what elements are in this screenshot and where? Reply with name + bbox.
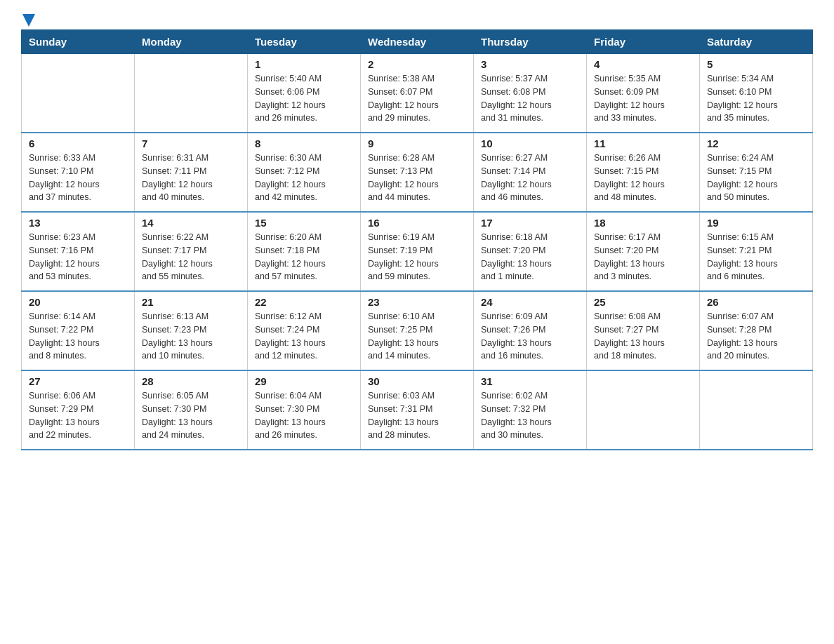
day-number: 18 bbox=[594, 217, 692, 229]
calendar-cell: 14Sunrise: 6:22 AM Sunset: 7:17 PM Dayli… bbox=[135, 212, 248, 291]
day-info: Sunrise: 6:22 AM Sunset: 7:17 PM Dayligh… bbox=[142, 231, 240, 283]
calendar-cell: 8Sunrise: 6:30 AM Sunset: 7:12 PM Daylig… bbox=[248, 133, 361, 212]
day-info: Sunrise: 6:07 AM Sunset: 7:28 PM Dayligh… bbox=[707, 310, 805, 363]
day-number: 20 bbox=[29, 296, 127, 308]
calendar-cell: 21Sunrise: 6:13 AM Sunset: 7:23 PM Dayli… bbox=[135, 291, 248, 370]
day-number: 4 bbox=[594, 58, 692, 70]
week-row-2: 6Sunrise: 6:33 AM Sunset: 7:10 PM Daylig… bbox=[22, 133, 813, 212]
calendar-cell: 10Sunrise: 6:27 AM Sunset: 7:14 PM Dayli… bbox=[474, 133, 587, 212]
calendar-cell: 22Sunrise: 6:12 AM Sunset: 7:24 PM Dayli… bbox=[248, 291, 361, 370]
day-number: 16 bbox=[368, 217, 466, 229]
calendar-cell: 2Sunrise: 5:38 AM Sunset: 6:07 PM Daylig… bbox=[361, 54, 474, 133]
day-info: Sunrise: 6:09 AM Sunset: 7:26 PM Dayligh… bbox=[481, 310, 579, 363]
day-number: 19 bbox=[707, 217, 805, 229]
calendar-cell: 11Sunrise: 6:26 AM Sunset: 7:15 PM Dayli… bbox=[587, 133, 700, 212]
week-row-1: 1Sunrise: 5:40 AM Sunset: 6:06 PM Daylig… bbox=[22, 54, 813, 133]
weekday-header-friday: Friday bbox=[587, 30, 700, 54]
logo bbox=[21, 14, 35, 22]
day-number: 3 bbox=[481, 58, 579, 70]
svg-marker-0 bbox=[22, 14, 35, 27]
day-info: Sunrise: 6:10 AM Sunset: 7:25 PM Dayligh… bbox=[368, 310, 466, 363]
day-info: Sunrise: 6:31 AM Sunset: 7:11 PM Dayligh… bbox=[142, 152, 240, 204]
weekday-header-monday: Monday bbox=[135, 30, 248, 54]
calendar-cell bbox=[135, 54, 248, 133]
day-info: Sunrise: 6:33 AM Sunset: 7:10 PM Dayligh… bbox=[29, 152, 127, 204]
day-number: 29 bbox=[255, 375, 353, 387]
day-info: Sunrise: 6:12 AM Sunset: 7:24 PM Dayligh… bbox=[255, 310, 353, 363]
day-info: Sunrise: 6:13 AM Sunset: 7:23 PM Dayligh… bbox=[142, 310, 240, 363]
calendar-cell bbox=[700, 370, 813, 450]
day-info: Sunrise: 6:30 AM Sunset: 7:12 PM Dayligh… bbox=[255, 152, 353, 204]
day-number: 7 bbox=[142, 137, 240, 149]
weekday-header-sunday: Sunday bbox=[22, 30, 135, 54]
day-info: Sunrise: 6:27 AM Sunset: 7:14 PM Dayligh… bbox=[481, 152, 579, 204]
day-number: 31 bbox=[481, 375, 579, 387]
calendar-cell: 31Sunrise: 6:02 AM Sunset: 7:32 PM Dayli… bbox=[474, 370, 587, 450]
day-info: Sunrise: 6:02 AM Sunset: 7:32 PM Dayligh… bbox=[481, 389, 579, 442]
day-number: 23 bbox=[368, 296, 466, 308]
day-number: 24 bbox=[481, 296, 579, 308]
calendar-cell: 19Sunrise: 6:15 AM Sunset: 7:21 PM Dayli… bbox=[700, 212, 813, 291]
calendar-cell: 6Sunrise: 6:33 AM Sunset: 7:10 PM Daylig… bbox=[22, 133, 135, 212]
calendar-cell: 1Sunrise: 5:40 AM Sunset: 6:06 PM Daylig… bbox=[248, 54, 361, 133]
day-info: Sunrise: 6:28 AM Sunset: 7:13 PM Dayligh… bbox=[368, 152, 466, 204]
calendar-cell: 16Sunrise: 6:19 AM Sunset: 7:19 PM Dayli… bbox=[361, 212, 474, 291]
day-info: Sunrise: 5:37 AM Sunset: 6:08 PM Dayligh… bbox=[481, 72, 579, 125]
day-info: Sunrise: 6:26 AM Sunset: 7:15 PM Dayligh… bbox=[594, 152, 692, 204]
day-info: Sunrise: 6:17 AM Sunset: 7:20 PM Dayligh… bbox=[594, 231, 692, 283]
day-number: 1 bbox=[255, 58, 353, 70]
calendar-cell: 7Sunrise: 6:31 AM Sunset: 7:11 PM Daylig… bbox=[135, 133, 248, 212]
day-info: Sunrise: 6:20 AM Sunset: 7:18 PM Dayligh… bbox=[255, 231, 353, 283]
calendar-cell bbox=[22, 54, 135, 133]
day-number: 6 bbox=[29, 137, 127, 149]
calendar-cell: 4Sunrise: 5:35 AM Sunset: 6:09 PM Daylig… bbox=[587, 54, 700, 133]
weekday-header-wednesday: Wednesday bbox=[361, 30, 474, 54]
calendar-cell: 5Sunrise: 5:34 AM Sunset: 6:10 PM Daylig… bbox=[700, 54, 813, 133]
day-number: 21 bbox=[142, 296, 240, 308]
day-info: Sunrise: 5:40 AM Sunset: 6:06 PM Dayligh… bbox=[255, 72, 353, 125]
day-info: Sunrise: 5:35 AM Sunset: 6:09 PM Dayligh… bbox=[594, 72, 692, 125]
day-number: 28 bbox=[142, 375, 240, 387]
day-info: Sunrise: 6:05 AM Sunset: 7:30 PM Dayligh… bbox=[142, 389, 240, 442]
calendar-cell: 29Sunrise: 6:04 AM Sunset: 7:30 PM Dayli… bbox=[248, 370, 361, 450]
calendar-header: SundayMondayTuesdayWednesdayThursdayFrid… bbox=[22, 30, 813, 54]
day-info: Sunrise: 6:14 AM Sunset: 7:22 PM Dayligh… bbox=[29, 310, 127, 363]
day-info: Sunrise: 6:23 AM Sunset: 7:16 PM Dayligh… bbox=[29, 231, 127, 283]
calendar-table: SundayMondayTuesdayWednesdayThursdayFrid… bbox=[21, 29, 813, 450]
day-info: Sunrise: 6:04 AM Sunset: 7:30 PM Dayligh… bbox=[255, 389, 353, 442]
day-number: 25 bbox=[594, 296, 692, 308]
day-info: Sunrise: 6:06 AM Sunset: 7:29 PM Dayligh… bbox=[29, 389, 127, 442]
day-number: 17 bbox=[481, 217, 579, 229]
day-number: 8 bbox=[255, 137, 353, 149]
day-info: Sunrise: 6:08 AM Sunset: 7:27 PM Dayligh… bbox=[594, 310, 692, 363]
weekday-header-tuesday: Tuesday bbox=[248, 30, 361, 54]
day-number: 26 bbox=[707, 296, 805, 308]
weekday-row: SundayMondayTuesdayWednesdayThursdayFrid… bbox=[22, 30, 813, 54]
calendar-cell: 27Sunrise: 6:06 AM Sunset: 7:29 PM Dayli… bbox=[22, 370, 135, 450]
weekday-header-thursday: Thursday bbox=[474, 30, 587, 54]
day-info: Sunrise: 5:38 AM Sunset: 6:07 PM Dayligh… bbox=[368, 72, 466, 125]
day-info: Sunrise: 6:03 AM Sunset: 7:31 PM Dayligh… bbox=[368, 389, 466, 442]
day-number: 5 bbox=[707, 58, 805, 70]
calendar-cell: 25Sunrise: 6:08 AM Sunset: 7:27 PM Dayli… bbox=[587, 291, 700, 370]
calendar-cell: 3Sunrise: 5:37 AM Sunset: 6:08 PM Daylig… bbox=[474, 54, 587, 133]
day-number: 22 bbox=[255, 296, 353, 308]
day-info: Sunrise: 6:15 AM Sunset: 7:21 PM Dayligh… bbox=[707, 231, 805, 283]
day-info: Sunrise: 5:34 AM Sunset: 6:10 PM Dayligh… bbox=[707, 72, 805, 125]
day-number: 30 bbox=[368, 375, 466, 387]
calendar-cell: 17Sunrise: 6:18 AM Sunset: 7:20 PM Dayli… bbox=[474, 212, 587, 291]
week-row-3: 13Sunrise: 6:23 AM Sunset: 7:16 PM Dayli… bbox=[22, 212, 813, 291]
calendar-cell: 12Sunrise: 6:24 AM Sunset: 7:15 PM Dayli… bbox=[700, 133, 813, 212]
day-number: 11 bbox=[594, 137, 692, 149]
weekday-header-saturday: Saturday bbox=[700, 30, 813, 54]
calendar-cell: 9Sunrise: 6:28 AM Sunset: 7:13 PM Daylig… bbox=[361, 133, 474, 212]
day-number: 9 bbox=[368, 137, 466, 149]
week-row-5: 27Sunrise: 6:06 AM Sunset: 7:29 PM Dayli… bbox=[22, 370, 813, 450]
day-number: 10 bbox=[481, 137, 579, 149]
day-number: 12 bbox=[707, 137, 805, 149]
calendar-cell: 20Sunrise: 6:14 AM Sunset: 7:22 PM Dayli… bbox=[22, 291, 135, 370]
day-number: 13 bbox=[29, 217, 127, 229]
calendar-cell: 30Sunrise: 6:03 AM Sunset: 7:31 PM Dayli… bbox=[361, 370, 474, 450]
calendar-cell: 23Sunrise: 6:10 AM Sunset: 7:25 PM Dayli… bbox=[361, 291, 474, 370]
day-number: 27 bbox=[29, 375, 127, 387]
